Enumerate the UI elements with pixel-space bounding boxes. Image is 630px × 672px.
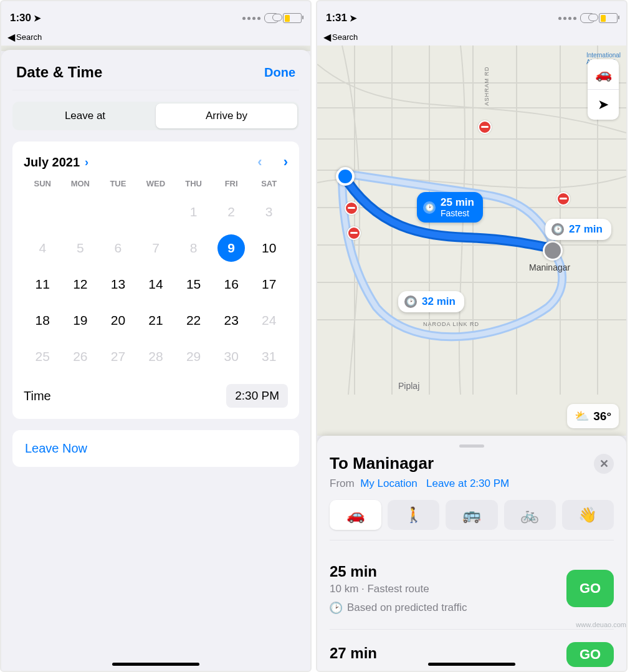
calendar-day[interactable]: 5 <box>62 232 100 264</box>
calendar-day[interactable]: 28 <box>137 340 175 373</box>
left-screenshot: 1:30 ➤ ◀ Search Date & Time Done Leave a… <box>0 0 312 672</box>
route-option[interactable]: 25 min 10 km · Fastest route 🕑Based on p… <box>330 550 614 630</box>
calendar-day[interactable]: 8 <box>174 232 212 264</box>
home-indicator[interactable] <box>112 663 199 666</box>
breadcrumb[interactable]: ◀ Search <box>317 32 626 46</box>
leave-now-button[interactable]: Leave Now <box>12 430 299 467</box>
area-label: Piplaj <box>398 381 419 391</box>
calendar-day <box>99 196 137 228</box>
mode-cycle[interactable]: 🚲 <box>504 500 556 530</box>
leave-time-button[interactable]: Leave at 2:30 PM <box>426 478 509 489</box>
calendar-day[interactable]: 3 <box>250 196 288 228</box>
breadcrumb[interactable]: ◀ Search <box>1 32 310 46</box>
route-traffic: Based on predicted traffic <box>347 602 467 614</box>
status-bar: 1:31 ➤ <box>317 1 626 32</box>
mode-transit[interactable]: 🚌 <box>446 500 497 530</box>
cellular-icon <box>558 17 576 20</box>
calendar-day[interactable]: 26 <box>62 340 100 373</box>
calendar-day[interactable]: 18 <box>24 304 62 337</box>
calendar-day[interactable]: 1 <box>174 196 212 228</box>
segment-leave-at[interactable]: Leave at <box>14 103 156 128</box>
calendar-dow: THU <box>174 179 212 188</box>
calendar-prev-button[interactable]: ‹ <box>257 154 262 170</box>
road-label-ashram: ASHRAM RD <box>484 66 490 105</box>
cellular-icon <box>242 17 260 20</box>
calendar-day <box>24 196 62 228</box>
calendar-month-button[interactable]: July 2021 › <box>24 155 88 170</box>
calendar-day[interactable]: 2 <box>212 196 251 228</box>
calendar-dow: FRI <box>212 179 251 188</box>
route-callout-fastest[interactable]: 🕑 25 min Fastest <box>417 192 483 223</box>
calendar-day[interactable]: 11 <box>24 268 62 300</box>
done-button[interactable]: Done <box>264 65 295 80</box>
status-time: 1:30 <box>10 12 31 24</box>
breadcrumb-label: Search <box>332 32 358 42</box>
route-end-dot <box>543 241 563 261</box>
road-label-naroda: NARODA LINK RD <box>423 321 479 327</box>
calendar-day[interactable]: 31 <box>250 340 288 373</box>
mode-rideshare[interactable]: 👋 <box>562 500 614 530</box>
route-detail: 10 km · Fastest route <box>330 583 467 595</box>
map-mode-button[interactable]: 🚗 <box>588 59 619 89</box>
status-bar: 1:30 ➤ <box>1 1 310 32</box>
calendar-day[interactable]: 27 <box>99 340 137 373</box>
calendar-day <box>137 196 175 228</box>
weather-temp: 36° <box>593 410 611 423</box>
map-area[interactable]: ASHRAM RD NARODA LINK RD International A… <box>317 46 626 436</box>
calendar-dow: WED <box>137 179 175 188</box>
transport-mode-row: 🚗 🚶 🚌 🚲 👋 <box>330 500 614 540</box>
calendar-day[interactable]: 29 <box>174 340 212 373</box>
sheet-title: Date & Time <box>16 64 102 81</box>
calendar-day[interactable]: 22 <box>174 304 212 337</box>
go-button[interactable]: GO <box>566 570 614 607</box>
segment-arrive-by[interactable]: Arrive by <box>156 103 297 128</box>
link-icon <box>580 13 595 23</box>
calendar-day[interactable]: 12 <box>62 268 100 300</box>
calendar-day[interactable]: 16 <box>212 268 251 300</box>
destination-label: Maninagar <box>529 262 570 272</box>
route-callout-alt2[interactable]: 🕑 32 min <box>398 291 464 312</box>
calendar-card: July 2021 › ‹ › SUNMONTUEWEDTHUFRISAT 12… <box>12 142 299 419</box>
calendar-day[interactable]: 23 <box>212 304 251 337</box>
time-value-button[interactable]: 2:30 PM <box>226 384 288 408</box>
from-location-button[interactable]: My Location <box>360 478 418 489</box>
clock-icon: 🕑 <box>423 201 436 214</box>
clock-icon: 🕑 <box>551 223 564 236</box>
calendar-day[interactable]: 13 <box>99 268 137 300</box>
location-arrow-icon: ➤ <box>34 13 41 23</box>
calendar-day[interactable]: 9 <box>212 232 251 264</box>
calendar-day[interactable]: 14 <box>137 268 175 300</box>
calendar-day[interactable]: 20 <box>99 304 137 337</box>
calendar-day[interactable]: 7 <box>137 232 175 264</box>
sheet-grabber[interactable] <box>459 444 484 448</box>
calendar-month-label: July 2021 <box>24 155 80 170</box>
go-button[interactable]: GO <box>566 642 614 667</box>
home-indicator[interactable] <box>428 663 515 666</box>
calendar-day[interactable]: 30 <box>212 340 251 373</box>
calendar-day[interactable]: 21 <box>137 304 175 337</box>
no-entry-icon <box>556 192 570 206</box>
calendar-next-button[interactable]: › <box>284 154 288 170</box>
segmented-control[interactable]: Leave at Arrive by <box>12 102 299 130</box>
calendar-day[interactable]: 25 <box>24 340 62 373</box>
calendar-day[interactable]: 17 <box>250 268 288 300</box>
right-screenshot: 1:31 ➤ ◀ Search <box>316 0 628 672</box>
route-callout-alt1[interactable]: 🕑 27 min <box>545 219 611 240</box>
weather-badge[interactable]: ⛅ 36° <box>567 404 619 428</box>
mode-walk[interactable]: 🚶 <box>388 500 439 530</box>
calendar-day[interactable]: 24 <box>250 304 288 337</box>
calendar-dow: MON <box>62 179 100 188</box>
calendar-day[interactable]: 15 <box>174 268 212 300</box>
mode-drive[interactable]: 🚗 <box>330 500 381 530</box>
calendar-dow: SAT <box>250 179 288 188</box>
map-locate-button[interactable]: ➤ <box>588 90 619 120</box>
calendar-dow: SUN <box>24 179 62 188</box>
battery-icon <box>599 13 618 23</box>
calendar-day[interactable]: 4 <box>24 232 62 264</box>
battery-icon <box>283 13 302 23</box>
calendar-day[interactable]: 6 <box>99 232 137 264</box>
no-entry-icon <box>347 226 361 240</box>
calendar-day[interactable]: 19 <box>62 304 100 337</box>
close-button[interactable]: ✕ <box>594 454 614 474</box>
calendar-day[interactable]: 10 <box>250 232 288 264</box>
